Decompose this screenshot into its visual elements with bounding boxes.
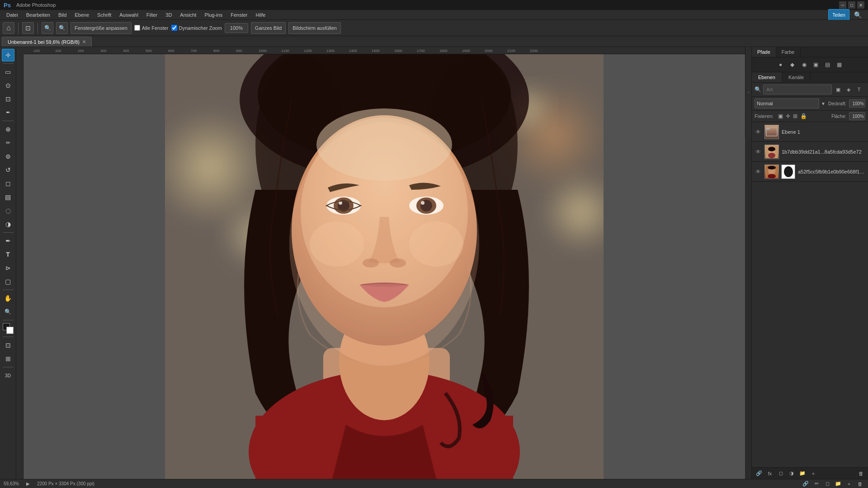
dynamic-zoom-checkbox[interactable] <box>171 25 177 31</box>
menu-datei[interactable]: Datei <box>3 11 22 19</box>
3d-view-tool[interactable]: 3D <box>2 369 14 382</box>
search-icon: 🔍 <box>755 86 761 93</box>
lasso-tool[interactable]: ⊙ <box>2 79 14 92</box>
dynamic-zoom-group: Dynamischer Zoom <box>171 25 222 31</box>
link-button[interactable]: 🔗 <box>755 469 764 478</box>
group-button[interactable]: 📁 <box>798 469 807 478</box>
paths-tab[interactable]: Pfade <box>752 47 776 57</box>
select-rect-tool[interactable]: ▭ <box>2 66 14 78</box>
background-color[interactable] <box>6 327 14 334</box>
menu-bearbeiten[interactable]: Bearbeiten <box>23 11 54 19</box>
grid-icon-btn[interactable]: ▦ <box>835 60 844 69</box>
menu-3d[interactable]: 3D <box>162 11 175 19</box>
home-button[interactable]: ⌂ <box>3 22 14 34</box>
lock-pixels-icon[interactable]: ▣ <box>778 113 783 119</box>
status-link-btn[interactable]: 🔗 <box>801 480 810 488</box>
square-icon-btn[interactable]: ▣ <box>811 60 821 69</box>
status-group-btn[interactable]: 📁 <box>834 480 843 488</box>
layer-visibility-1[interactable]: 👁 <box>755 148 762 155</box>
path-select-tool[interactable]: ⊳ <box>2 262 14 274</box>
delete-layer-button[interactable]: 🗑 <box>856 469 865 478</box>
lock-position-icon[interactable]: ✛ <box>786 113 790 119</box>
status-new-btn[interactable]: + <box>844 480 854 488</box>
rect-icon-btn[interactable]: ▤ <box>823 60 832 69</box>
tab-close-button[interactable]: ✕ <box>82 39 86 44</box>
layers-search-input[interactable] <box>763 84 832 94</box>
canvas-image[interactable] <box>165 54 604 479</box>
menu-plugins[interactable]: Plug-ins <box>201 11 226 19</box>
quick-mask-tool[interactable]: ⊡ <box>2 339 14 352</box>
zoom-in-button[interactable]: 🔍 <box>56 22 68 34</box>
color-tab[interactable]: Farbe <box>776 47 801 57</box>
clone-tool[interactable]: ⊚ <box>2 150 14 163</box>
text-tool[interactable]: T <box>2 248 14 261</box>
minimize-button[interactable]: ─ <box>839 1 846 9</box>
menu-ansicht[interactable]: Ansicht <box>176 11 200 19</box>
filter-shape-btn[interactable]: ◻ <box>865 85 868 94</box>
menu-hilfe[interactable]: Hilfe <box>252 11 269 19</box>
diamond-icon-btn[interactable]: ◆ <box>788 60 797 69</box>
eraser-tool[interactable]: ◻ <box>2 177 14 190</box>
maximize-button[interactable]: □ <box>848 1 855 9</box>
move-tool[interactable]: ✛ <box>2 49 14 61</box>
history-tool[interactable]: ↺ <box>2 164 14 176</box>
status-delete-btn[interactable]: 🗑 <box>855 480 864 488</box>
menu-bild[interactable]: Bild <box>55 11 70 19</box>
menu-auswahl[interactable]: Auswahl <box>116 11 142 19</box>
layer-item-group[interactable]: 👁 Ebene 1 <box>752 122 868 142</box>
menu-schrift[interactable]: Schrift <box>94 11 115 19</box>
circle-icon-btn[interactable]: ● <box>776 60 785 69</box>
fill-input[interactable] <box>849 112 865 120</box>
fill-screen-button[interactable]: Bildschirm ausfüllen <box>288 22 341 34</box>
lock-artboard-icon[interactable]: ⊞ <box>793 113 797 119</box>
ruler-vertical <box>16 54 24 479</box>
adjustment-button[interactable]: ◑ <box>787 469 796 478</box>
fx-button[interactable]: fx <box>765 469 774 478</box>
dodge-tool[interactable]: ◑ <box>2 218 14 230</box>
layer-item-1[interactable]: 👁 1b7dbb39dd21a1...8a5fcda93d5e72 <box>752 142 868 162</box>
layer-visibility-group[interactable]: 👁 <box>755 128 762 136</box>
menu-fenster[interactable]: Fenster <box>227 11 251 19</box>
filter-adjust-btn[interactable]: ◈ <box>844 85 853 94</box>
options-button[interactable]: ⊡ <box>22 22 34 34</box>
status-mask-btn[interactable]: ◻ <box>823 480 832 488</box>
menu-ebene[interactable]: Ebene <box>71 11 93 19</box>
eyedropper-tool[interactable]: ✒ <box>2 106 14 119</box>
layer-item-2[interactable]: 👁 a52f5cc5fb9b1e0b90e668f175d1be7 <box>752 162 868 182</box>
menu-filter[interactable]: Filter <box>143 11 161 19</box>
blur-tool[interactable]: ◌ <box>2 204 14 217</box>
fit-window-button[interactable]: Fenstergröße anpassen <box>71 22 132 34</box>
opacity-input[interactable] <box>849 99 865 108</box>
crop-tool[interactable]: ⊡ <box>2 93 14 105</box>
blend-mode-select[interactable]: Normal Multiply Screen Overlay <box>755 99 819 108</box>
zoom-tool[interactable]: 🔍 <box>2 305 14 318</box>
pen-tool[interactable]: ✒ <box>2 235 14 247</box>
gradient-tool[interactable]: ▤ <box>2 191 14 203</box>
new-layer-button[interactable]: + <box>809 469 818 478</box>
status-edit-btn[interactable]: ✏ <box>812 480 821 488</box>
panel-collapse-button[interactable]: ‹ <box>745 47 751 137</box>
layers-tab[interactable]: Ebenen <box>752 72 782 82</box>
brush-tool[interactable]: ✏ <box>2 136 14 149</box>
window-controls[interactable]: ─ □ ✕ <box>839 1 864 9</box>
lock-all-icon[interactable]: 🔒 <box>800 113 807 119</box>
layer-visibility-2[interactable]: 👁 <box>755 168 762 175</box>
mask-button[interactable]: ◻ <box>776 469 785 478</box>
search-icon[interactable]: 🔍 <box>854 11 862 19</box>
screen-mode-tool[interactable]: ⊞ <box>2 352 14 365</box>
zoom-input[interactable]: 100% <box>225 23 248 33</box>
share-button[interactable]: Teilen <box>828 9 849 21</box>
hand-tool[interactable]: ✋ <box>2 292 14 305</box>
document-tab[interactable]: Unbenannt-1 bei 59,6% (RGB/8) ✕ <box>2 37 92 47</box>
all-windows-checkbox[interactable] <box>134 25 140 31</box>
close-button[interactable]: ✕ <box>857 1 864 9</box>
filter-pixel-btn[interactable]: ▣ <box>834 85 843 94</box>
healing-tool[interactable]: ⊕ <box>2 123 14 136</box>
zoom-out-button[interactable]: 🔍 <box>42 22 53 34</box>
kanale-tab[interactable]: Kanäle <box>782 72 811 82</box>
triangle-icon-btn[interactable]: ◉ <box>800 60 809 69</box>
status-arrow[interactable]: ▶ <box>26 481 30 486</box>
fit-image-button[interactable]: Ganzes Bild <box>251 22 286 34</box>
filter-text-btn[interactable]: T <box>854 85 863 94</box>
shape-tool[interactable]: ▢ <box>2 275 14 288</box>
